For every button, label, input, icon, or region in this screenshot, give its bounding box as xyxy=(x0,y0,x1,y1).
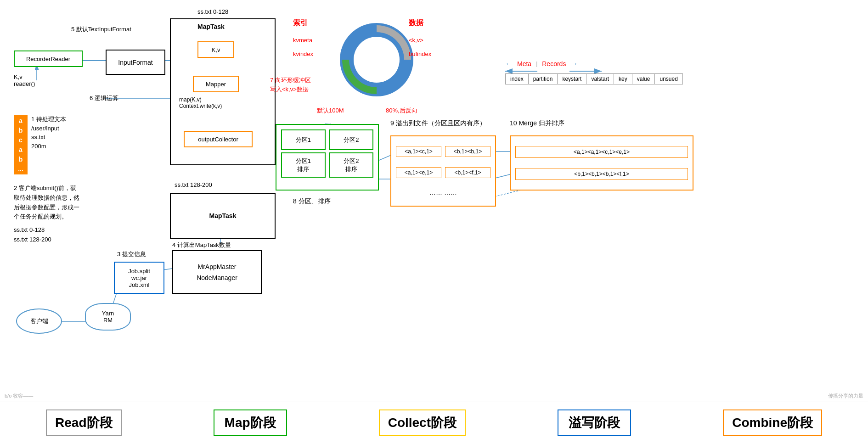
spill1-cell: <a,1><c,1> xyxy=(396,146,441,157)
ss-txt-128-200-label: ss.txt 128-200 xyxy=(175,181,212,188)
stage-combine: Combine阶段 xyxy=(723,409,822,436)
partition2-sort-box: 分区2 排序 xyxy=(329,152,374,178)
stage-collect: Collect阶段 xyxy=(379,409,466,436)
mr-app-master-box: MrAppMaster NodeManager xyxy=(172,250,262,294)
col-index: index xyxy=(506,74,529,84)
meta-records-table-wrapper: index partition keystart valstart key va… xyxy=(505,73,683,84)
partition-outer-box: 分区1 分区2 分区1 排序 分区2 排序 xyxy=(276,124,379,191)
maptask1-label: MapTask xyxy=(197,23,225,30)
spill2-cell: <b,1><b,1> xyxy=(445,146,490,157)
col-key: key xyxy=(614,74,632,84)
step10-label: 10 Merge 归并排序 xyxy=(510,119,564,128)
meta-records-table: index partition keystart valstart key va… xyxy=(505,73,683,84)
merge-row1: <a,1><a,1><c,1><e,1> xyxy=(515,146,688,158)
partition1-sort-box: 分区1 排序 xyxy=(281,152,326,178)
meta-records-header: ← Meta | Records → xyxy=(505,60,578,68)
step8-label: 8 分区、排序 xyxy=(293,197,331,206)
data-block: a b c a b ... xyxy=(14,115,28,174)
ss-txt-0-128-label: ss.txt 0-128 xyxy=(197,8,228,15)
bufindex-label: bufindex xyxy=(409,50,431,57)
step5-label: 5 默认TextInputFormat xyxy=(71,25,131,34)
col-partition: partition xyxy=(528,74,558,84)
index-title: 索引 xyxy=(293,18,308,28)
output-collector-box: outputCollector xyxy=(184,131,253,147)
kv-data-label: <k,v> xyxy=(409,37,423,44)
stage-map: Map阶段 xyxy=(214,409,287,436)
watermark-right: 传播分享的力量 xyxy=(828,393,863,399)
col-keystart: keystart xyxy=(558,74,586,84)
step3-label: 3 提交信息 xyxy=(117,250,146,258)
job-files-box: Job.split wc.jar Job.xml xyxy=(114,262,164,294)
kvmeta-label: kvmeta xyxy=(293,37,312,44)
spill-row1: <a,1><c,1> <b,1><b,1> xyxy=(396,146,490,157)
recorder-reader-label: RecorderReader xyxy=(26,56,70,62)
diagram-container: RecorderReader K,v reader() 5 默认TextInpu… xyxy=(0,0,868,443)
records-label: Records xyxy=(542,60,566,67)
input-format-label: InputFormat xyxy=(118,59,152,66)
merge2-cell: <b,1><b,1><b,1><f,1> xyxy=(515,168,688,180)
col-valstart: valstart xyxy=(586,74,614,84)
step1-label: 1 待处理文本 /user/input ss.txt 200m xyxy=(31,115,66,151)
mapper-box: Mapper xyxy=(193,76,239,92)
col-value: value xyxy=(632,74,655,84)
step6-label: 6 逻辑运算 xyxy=(90,94,118,102)
spill-row2: <a,1><e,1> <b,1><f,1> xyxy=(396,167,490,178)
kvindex-label: kvindex xyxy=(293,50,313,57)
data-title: 数据 xyxy=(409,18,423,28)
merge-box: <a,1><a,1><c,1><e,1> <b,1><b,1><b,1><f,1… xyxy=(510,135,693,191)
watermark: b/o 牧容—— xyxy=(5,393,33,399)
kv-box: K,v xyxy=(197,41,234,58)
dots-label: …… …… xyxy=(396,189,490,196)
spill4-cell: <b,1><f,1> xyxy=(445,167,490,178)
map-fn-label: map(K,v) Context.write(k,v) xyxy=(179,96,222,109)
merge1-cell: <a,1><a,1><c,1><e,1> xyxy=(515,146,688,158)
maptask2-outer-box: MapTask xyxy=(170,193,276,239)
recorder-reader-box: RecorderReader xyxy=(14,50,83,67)
percent80-label: 80%,后反向 xyxy=(386,107,417,115)
stage-spill: 溢写阶段 xyxy=(558,409,631,436)
default100m-label: 默认100M xyxy=(317,107,344,115)
input-format-box: InputFormat xyxy=(106,50,165,75)
client-ellipse: 客户端 xyxy=(16,308,62,334)
spill3-cell: <a,1><e,1> xyxy=(396,167,441,178)
yarn-rm-cloud: Yarn RM xyxy=(85,303,131,331)
step7-label: 7 向环形缓冲区 写入<k,v>数据 xyxy=(270,76,311,94)
meta-label: Meta xyxy=(517,60,531,67)
stages-bar: Read阶段 Map阶段 Collect阶段 溢写阶段 Combine阶段 xyxy=(0,402,868,443)
kv-reader-label: K,v reader() xyxy=(14,73,35,87)
step9-label: 9 溢出到文件（分区且区内有序） xyxy=(390,119,486,128)
col-unsued: unsued xyxy=(655,74,682,84)
step4-label: 4 计算出MapTask数量 xyxy=(172,241,231,249)
merge-row2: <b,1><b,1><b,1><f,1> xyxy=(515,168,688,180)
step2-label: 2 客户端submit()前，获 取待处理数据的信息，然 后根据参数配置，形成一… xyxy=(14,184,115,245)
donut-inner xyxy=(354,37,400,83)
partition2-box: 分区2 xyxy=(329,129,374,150)
partition1-box: 分区1 xyxy=(281,129,326,150)
stage-read: Read阶段 xyxy=(46,409,121,436)
spill-files-box: <a,1><c,1> <b,1><b,1> <a,1><e,1> <b,1><f… xyxy=(390,135,496,207)
